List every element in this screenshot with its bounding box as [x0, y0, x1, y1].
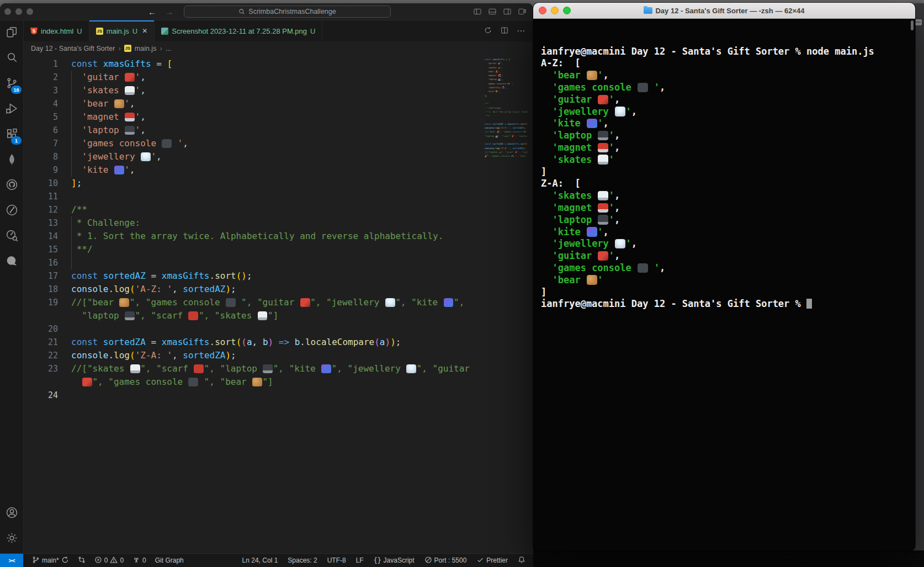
vscode-traffic-lights[interactable] — [4, 8, 33, 15]
minimap-line: **/ — [485, 114, 528, 118]
toggle-secondary-sidebar-icon[interactable] — [503, 7, 512, 18]
breadcrumb-file[interactable]: main.js — [135, 45, 157, 52]
minimap-line: 'jewellery 💍', — [485, 86, 528, 89]
encoding[interactable]: UTF-8 — [324, 554, 349, 566]
activity-item-extensions[interactable]: 1 — [0, 122, 23, 147]
sync-changes-icon[interactable] — [484, 26, 492, 36]
line-number: 13 — [24, 216, 71, 230]
magnet-emoji: 🧲 — [598, 143, 608, 152]
minimap[interactable]: const xmasGifts = [ 'guitar 🎸', 'skates … — [485, 57, 528, 190]
line-content: 'jewellery 💍', — [71, 150, 480, 163]
folder-icon — [644, 7, 652, 14]
live-server-port[interactable]: Port : 5500 — [421, 554, 470, 566]
zoom-window-icon[interactable] — [26, 8, 33, 15]
activity-item-run-debug[interactable] — [0, 97, 23, 122]
minimap-line: 🎸", "games console 🎮 ", "bear 🧸"] — [485, 154, 528, 158]
check-icon — [476, 556, 484, 565]
history-back-icon[interactable]: ← — [148, 7, 156, 17]
github-icon — [5, 178, 19, 193]
activity-item-github[interactable] — [0, 173, 23, 198]
toggle-panel-icon[interactable] — [488, 7, 497, 18]
tab-index.html[interactable]: 5index.htmlU — [24, 20, 89, 41]
js-file-icon: JS — [124, 45, 131, 52]
terminal-titlebar: Day 12 - Santa's Gift Sorter — -zsh — 62… — [533, 3, 915, 19]
quokka-icon — [5, 254, 19, 269]
skates-emoji: ⛸ — [598, 155, 608, 164]
line-number: 21 — [24, 336, 71, 349]
activity-item-explorer[interactable] — [0, 20, 23, 46]
git-untracked-badge: U — [77, 27, 82, 35]
terminal-line: A-Z: [ — [541, 57, 915, 70]
activity-item-git-history[interactable] — [0, 198, 23, 224]
close-tab-icon[interactable]: ✕ — [142, 27, 147, 35]
breadcrumb[interactable]: Day 12 - Santa's Gift Sorter › JS main.j… — [24, 41, 533, 55]
code-line: 4 'bear 🧸', — [24, 97, 480, 110]
close-window-icon[interactable] — [539, 7, 546, 14]
minimap-line: ]; — [485, 94, 528, 98]
broadcast-status[interactable]: 0 — [129, 554, 150, 566]
terminal-line: ] — [541, 166, 915, 178]
indentation[interactable]: Spaces: 2 — [284, 554, 320, 566]
eol[interactable]: LF — [353, 554, 367, 566]
command-center-search[interactable]: ScrimbaChristmasChallenge — [184, 6, 391, 18]
activity-item-gitlens-search[interactable] — [0, 224, 23, 249]
line-number: 14 — [24, 230, 71, 243]
customize-layout-icon[interactable] — [518, 7, 527, 18]
activity-item-search[interactable] — [0, 46, 23, 71]
line-content — [71, 190, 480, 203]
terminal-line: 'laptop 💻', — [541, 130, 915, 142]
close-window-icon[interactable] — [4, 8, 11, 15]
history-forward-icon[interactable]: → — [165, 7, 173, 17]
chevron-right-icon: › — [118, 44, 120, 52]
scarf-emoji: 🧣 — [188, 311, 198, 320]
code-lines[interactable]: 1const xmasGifts = [2 'guitar 🎸',3 'skat… — [24, 57, 480, 402]
language-mode[interactable]: {}JavaScript — [370, 554, 418, 566]
code-line: 5 'magnet 🧲', — [24, 110, 480, 124]
line-number: 1 — [24, 57, 71, 71]
split-editor-icon[interactable] — [500, 26, 509, 36]
git-graph-status[interactable]: Git Graph — [152, 554, 187, 566]
zoom-window-icon[interactable] — [563, 7, 571, 14]
tab-bar: 5index.htmlUJSmain.jsU✕Screenshot 2023-1… — [24, 20, 533, 41]
more-actions-icon[interactable]: ⋯ — [517, 26, 525, 36]
terminal-scrollbar[interactable] — [911, 20, 914, 30]
activity-item-account[interactable] — [0, 501, 23, 526]
magnet-emoji: 🧲 — [598, 203, 608, 213]
terminal-line: 'magnet 🧲', — [541, 202, 915, 214]
minimize-window-icon[interactable] — [551, 7, 559, 14]
git-compare-status[interactable] — [75, 554, 89, 566]
activity-item-quokka[interactable] — [0, 249, 23, 274]
remote-indicator[interactable]: >< — [0, 554, 23, 567]
laptop-emoji: 💻 — [598, 131, 608, 140]
tab-main.js[interactable]: JSmain.jsU✕ — [89, 20, 155, 41]
minimap-line — [485, 98, 528, 102]
problems-status[interactable]: 00 — [91, 554, 127, 566]
breadcrumb-folder[interactable]: Day 12 - Santa's Gift Sorter — [31, 45, 115, 52]
terminal-line: 'games console 🎮 ', — [541, 82, 915, 94]
breadcrumb-symbol[interactable]: ... — [166, 45, 171, 52]
activity-item-mongodb[interactable] — [0, 147, 23, 173]
sync-icon — [61, 556, 69, 565]
terminal-line: ianfrye@macmini Day 12 - Santa's Gift So… — [541, 298, 915, 310]
scarf-emoji: 🧣 — [194, 364, 204, 373]
activity-item-settings[interactable] — [0, 526, 23, 552]
line-content: 'bear 🧸', — [71, 97, 480, 110]
prettier-status[interactable]: Prettier — [473, 554, 511, 566]
code-line: 24 — [24, 389, 480, 402]
code-line: 17const sortedAZ = xmasGifts.sort(); — [24, 269, 480, 283]
terminal-window: Day 12 - Santa's Gift Sorter — -zsh — 62… — [533, 3, 915, 551]
git-branch-status[interactable]: main* — [29, 554, 72, 566]
minimize-window-icon[interactable] — [15, 8, 22, 15]
activity-item-source-control[interactable]: 16 — [0, 71, 23, 97]
kite-emoji: 🪁 — [321, 364, 331, 373]
cursor-position[interactable]: Ln 24, Col 1 — [239, 554, 282, 566]
notifications[interactable] — [514, 554, 529, 566]
toggle-sidebar-icon[interactable] — [473, 7, 482, 18]
code-editor[interactable]: 1const xmasGifts = [2 'guitar 🎸',3 'skat… — [24, 55, 533, 554]
tab-Screenshot 2023-12-11 at 7.25.28 PM.png[interactable]: Screenshot 2023-12-11 at 7.25.28 PM.pngU — [155, 20, 322, 41]
minimap-line: /** — [485, 102, 528, 105]
terminal-traffic-lights[interactable] — [539, 7, 571, 14]
terminal-content[interactable]: ianfrye@macmini Day 12 - Santa's Gift So… — [533, 19, 915, 551]
code-line: 12/** — [24, 203, 480, 216]
terminal-lines: ianfrye@macmini Day 12 - Santa's Gift So… — [541, 46, 915, 311]
